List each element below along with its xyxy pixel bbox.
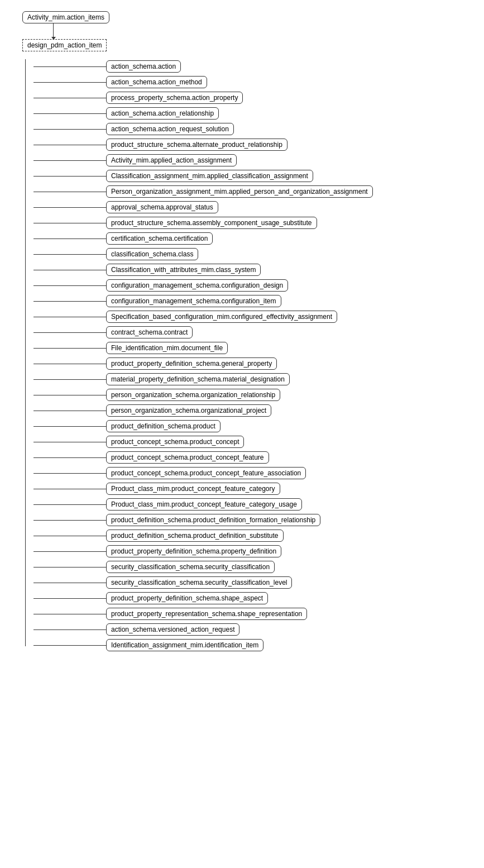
h-connector-line <box>33 192 106 192</box>
h-connector-line <box>33 536 106 536</box>
h-connector-line <box>33 567 106 567</box>
item-node: product_definition_schema.product_defini… <box>106 530 284 542</box>
item-node: Identification_assignment_mim.identifica… <box>106 639 263 651</box>
item-node: product_structure_schema.assembly_compon… <box>106 217 317 229</box>
root-node: Activity_mim.action_items <box>22 11 109 23</box>
item-node: security_classification_schema.security_… <box>106 576 292 589</box>
item-node: product_concept_schema.product_concept_f… <box>106 467 306 479</box>
h-connector-line <box>33 254 106 255</box>
list-item: Person_organization_assignment_mim.appli… <box>33 184 373 199</box>
item-node: product_property_definition_schema.prope… <box>106 545 281 557</box>
list-item: Product_class_mim.product_concept_featur… <box>33 497 373 512</box>
item-node: Product_class_mim.product_concept_featur… <box>106 498 302 511</box>
list-item: Identification_assignment_mim.identifica… <box>33 638 373 652</box>
h-connector-line <box>33 504 106 505</box>
list-item: product_definition_schema.product_defini… <box>33 528 373 543</box>
item-node: contract_schema.contract <box>106 326 193 338</box>
h-connector-line <box>33 348 106 349</box>
item-node: action_schema.action_method <box>106 76 207 88</box>
list-item: person_organization_schema.organization_… <box>33 388 373 402</box>
branch-list: action_schema.actionaction_schema.action… <box>33 59 373 652</box>
h-connector-line <box>33 113 106 114</box>
item-node: person_organization_schema.organization_… <box>106 389 280 401</box>
list-item: Product_class_mim.product_concept_featur… <box>33 481 373 496</box>
h-connector-line <box>33 160 106 161</box>
diagram-container: Activity_mim.action_items design_pdm_act… <box>6 6 478 658</box>
list-item: security_classification_schema.security_… <box>33 560 373 574</box>
item-node: action_schema.versioned_action_request <box>106 623 239 636</box>
list-item: File_identification_mim.document_file <box>33 341 373 355</box>
list-item: product_concept_schema.product_concept_f… <box>33 466 373 480</box>
h-connector-line <box>33 457 106 458</box>
item-node: security_classification_schema.security_… <box>106 561 275 573</box>
h-connector-line <box>33 332 106 333</box>
h-connector-line <box>33 98 106 98</box>
h-connector-line <box>33 583 106 583</box>
item-node: Classification_with_attributes_mim.class… <box>106 264 261 276</box>
list-item: product_property_representation_schema.s… <box>33 607 373 621</box>
item-node: process_property_schema.action_property <box>106 92 243 104</box>
list-item: process_property_schema.action_property <box>33 90 373 105</box>
h-connector-line <box>33 473 106 474</box>
list-item: classification_schema.class <box>33 247 373 261</box>
h-connector-line <box>33 411 106 411</box>
h-connector-line <box>33 442 106 442</box>
item-node: File_identification_mim.document_file <box>106 342 228 354</box>
item-node: product_concept_schema.product_concept_f… <box>106 451 269 464</box>
root-row: Activity_mim.action_items <box>22 11 467 23</box>
item-node: Specification_based_configuration_mim.co… <box>106 311 337 323</box>
h-connector-line <box>33 379 106 380</box>
h-connector-line <box>33 598 106 599</box>
intermediate-row: design_pdm_action_item <box>22 39 467 51</box>
list-item: certification_schema.certification <box>33 231 373 246</box>
list-item: Classification_assignment_mim.applied_cl… <box>33 169 373 183</box>
item-node: configuration_management_schema.configur… <box>106 279 288 292</box>
h-connector-line <box>33 645 106 646</box>
item-node: action_schema.action_request_solution <box>106 123 234 135</box>
item-node: configuration_management_schema.configur… <box>106 295 281 307</box>
list-item: action_schema.versioned_action_request <box>33 622 373 637</box>
list-item: product_definition_schema.product_defini… <box>33 513 373 527</box>
list-item: configuration_management_schema.configur… <box>33 278 373 293</box>
item-node: certification_schema.certification <box>106 232 213 245</box>
list-item: product_definition_schema.product <box>33 419 373 433</box>
list-item: action_schema.action_request_solution <box>33 122 373 136</box>
list-item: material_property_definition_schema.mate… <box>33 372 373 387</box>
h-connector-line <box>33 551 106 552</box>
intermediate-node: design_pdm_action_item <box>22 39 107 51</box>
item-node: product_property_definition_schema.shape… <box>106 592 268 604</box>
h-connector-line <box>33 614 106 614</box>
item-node: product_property_representation_schema.s… <box>106 608 307 620</box>
list-item: person_organization_schema.organizationa… <box>33 403 373 418</box>
item-node: product_definition_schema.product_defini… <box>106 514 320 526</box>
item-node: person_organization_schema.organizationa… <box>106 404 271 417</box>
list-item: product_property_definition_schema.shape… <box>33 591 373 605</box>
item-node: Activity_mim.applied_action_assignment <box>106 154 237 166</box>
list-item: Activity_mim.applied_action_assignment <box>33 153 373 168</box>
tree-wrap: action_schema.actionaction_schema.action… <box>17 59 467 652</box>
list-item: product_concept_schema.product_concept <box>33 435 373 449</box>
item-node: Product_class_mim.product_concept_featur… <box>106 483 280 495</box>
list-item: action_schema.action_relationship <box>33 106 373 121</box>
list-item: action_schema.action <box>33 59 373 74</box>
h-connector-line <box>33 317 106 317</box>
h-connector-line <box>33 364 106 364</box>
item-node: product_definition_schema.product <box>106 420 221 432</box>
h-connector-line <box>33 426 106 427</box>
h-connector-line <box>33 207 106 208</box>
list-item: contract_schema.contract <box>33 325 373 340</box>
h-connector-line <box>33 520 106 521</box>
list-item: product_property_definition_schema.gener… <box>33 356 373 371</box>
h-connector-line <box>33 223 106 223</box>
list-item: Specification_based_configuration_mim.co… <box>33 309 373 324</box>
list-item: configuration_management_schema.configur… <box>33 294 373 308</box>
list-item: product_structure_schema.assembly_compon… <box>33 216 373 230</box>
h-connector-line <box>33 395 106 395</box>
item-node: classification_schema.class <box>106 248 198 260</box>
list-item: product_structure_schema.alternate_produ… <box>33 137 373 152</box>
list-item: security_classification_schema.security_… <box>33 575 373 590</box>
item-node: Person_organization_assignment_mim.appli… <box>106 185 373 198</box>
item-node: Classification_assignment_mim.applied_cl… <box>106 170 313 182</box>
h-connector-line <box>33 301 106 302</box>
h-connector-line <box>33 239 106 239</box>
